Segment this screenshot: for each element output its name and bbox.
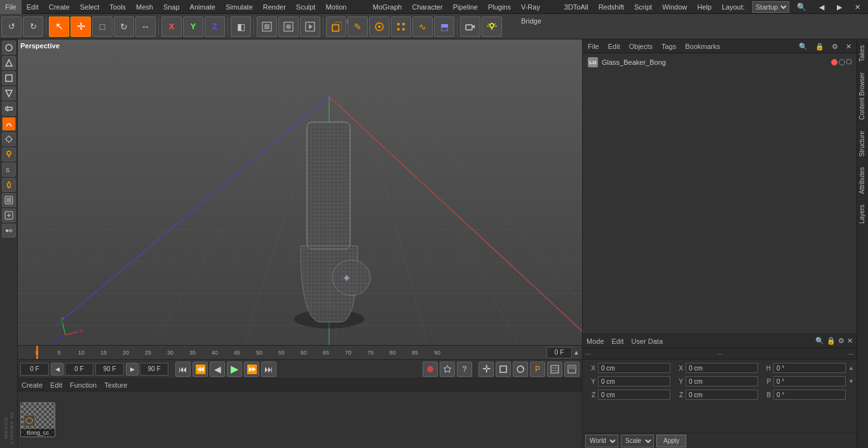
attr-b-input[interactable]: [773, 390, 846, 400]
y-axis-button[interactable]: Y: [183, 17, 203, 37]
attr-h-input[interactable]: [773, 363, 846, 373]
render-active-button[interactable]: [300, 17, 320, 37]
vtab-takes[interactable]: Takes: [857, 39, 868, 67]
scale-select[interactable]: Scale: [621, 435, 654, 447]
attr-y-size-input[interactable]: [686, 376, 758, 386]
go-to-end-btn[interactable]: ⏭: [261, 362, 276, 377]
select-button[interactable]: ↖: [49, 17, 69, 37]
attr-gear-icon[interactable]: ⚙: [838, 337, 844, 345]
frame-back-btn[interactable]: ◀: [51, 363, 64, 376]
attr-x-pos-input[interactable]: [598, 363, 670, 373]
left-btn-4[interactable]: [2, 86, 16, 100]
preview-start-input[interactable]: [65, 363, 93, 376]
deformer-button[interactable]: ⬒: [434, 17, 454, 37]
vtab-layers[interactable]: Layers: [857, 199, 868, 229]
undo-button[interactable]: ↺: [1, 17, 22, 37]
material-thumbnail[interactable]: Bong_cc: [20, 402, 55, 437]
left-btn-3[interactable]: [2, 71, 16, 85]
attr-search-icon[interactable]: 🔍: [815, 337, 824, 345]
light-button[interactable]: [482, 17, 502, 37]
timeline-btn[interactable]: [547, 362, 562, 377]
menu-render[interactable]: Render: [258, 0, 291, 14]
prev-frame-btn[interactable]: ⏪: [193, 362, 208, 377]
model-mode-button[interactable]: ◧: [231, 17, 251, 37]
world-select[interactable]: World: [585, 435, 618, 447]
record-btn[interactable]: [423, 362, 438, 377]
menu-3dtoall[interactable]: 3DToAll: [559, 0, 593, 14]
menu-vray[interactable]: V-Ray Bridge: [516, 0, 559, 14]
tab-create[interactable]: Create: [22, 379, 43, 391]
cube-button[interactable]: [326, 17, 346, 37]
scale-button[interactable]: ↔: [135, 17, 156, 37]
help-btn[interactable]: ?: [457, 362, 472, 377]
objects-bookmarks-tab[interactable]: Bookmarks: [682, 39, 722, 53]
attr-close-icon[interactable]: ✕: [847, 337, 853, 345]
go-to-start-btn[interactable]: ⏮: [175, 362, 191, 377]
tab-texture[interactable]: Texture: [104, 379, 127, 391]
rotate-key-btn[interactable]: [513, 362, 528, 377]
attr-y-pos-input[interactable]: [598, 376, 670, 386]
box-select-button[interactable]: □: [92, 17, 112, 37]
menu-plugins[interactable]: Plugins: [483, 0, 516, 14]
attr-up-arrow[interactable]: ▲: [848, 365, 854, 371]
apply-button[interactable]: Apply: [656, 435, 686, 447]
layout-select[interactable]: Startup: [752, 1, 789, 13]
menu-character[interactable]: Character: [407, 0, 447, 14]
tab-edit[interactable]: Edit: [50, 379, 62, 391]
rotate-button[interactable]: ↻: [114, 17, 134, 37]
left-btn-1[interactable]: [2, 41, 16, 55]
attr-p-input[interactable]: [773, 376, 846, 386]
frame-nav-up[interactable]: ▲: [573, 349, 580, 356]
left-btn-10[interactable]: [2, 178, 16, 192]
menu-snap[interactable]: Snap: [158, 0, 185, 14]
gear-icon[interactable]: ⚙: [829, 39, 841, 53]
left-btn-12[interactable]: [2, 208, 16, 222]
frame-fwd-btn[interactable]: ▶: [126, 363, 139, 376]
objects-tab[interactable]: Objects: [627, 39, 655, 53]
menu-sculpt[interactable]: Sculpt: [291, 0, 321, 14]
current-frame-input[interactable]: [546, 347, 572, 358]
end-frame-input[interactable]: [95, 363, 124, 376]
menu-mograph[interactable]: MoGraph: [368, 0, 407, 14]
x-axis-button[interactable]: X: [161, 17, 182, 37]
vtab-content-browser[interactable]: Content Browser: [857, 67, 868, 125]
attr-z-pos-input[interactable]: [598, 390, 670, 400]
attr-edit-tab[interactable]: Edit: [612, 337, 624, 345]
objects-file-tab[interactable]: File: [585, 39, 602, 53]
attr-down-arrow[interactable]: ▼: [848, 378, 854, 384]
left-btn-11[interactable]: [2, 193, 16, 207]
menu-simulate[interactable]: Simulate: [220, 0, 258, 14]
search-icon[interactable]: 🔍: [796, 39, 810, 53]
objects-tags-tab[interactable]: Tags: [659, 39, 679, 53]
left-btn-6[interactable]: [2, 117, 16, 131]
lock-icon[interactable]: 🔒: [813, 39, 827, 53]
render-to-pic-button[interactable]: [278, 17, 299, 37]
search-icon[interactable]: 🔍: [792, 0, 811, 14]
z-axis-button[interactable]: Z: [205, 17, 225, 37]
render-timeline-btn[interactable]: [564, 362, 580, 377]
tab-function[interactable]: Function: [70, 379, 97, 391]
object-row-glass-beaker[interactable]: LO Glass_Beaker_Bong: [585, 56, 854, 69]
move-button[interactable]: ✛: [71, 17, 91, 37]
menu-script[interactable]: Script: [629, 0, 657, 14]
left-btn-7[interactable]: [2, 132, 16, 146]
left-btn-5[interactable]: [2, 102, 16, 116]
menu-mesh[interactable]: Mesh: [131, 0, 158, 14]
close-icon[interactable]: ✕: [843, 39, 854, 53]
menu-pipeline[interactable]: Pipeline: [448, 0, 483, 14]
next-frame-btn[interactable]: ⏩: [244, 362, 259, 377]
move-key-btn[interactable]: ✛: [478, 362, 494, 377]
left-btn-8[interactable]: [2, 147, 16, 161]
menu-redshift[interactable]: Redshift: [593, 0, 629, 14]
vtab-structure[interactable]: Structure: [857, 125, 868, 162]
menu-help[interactable]: Help: [692, 0, 717, 14]
arrow-left-icon[interactable]: ◀: [814, 0, 829, 14]
render-region-button[interactable]: [257, 17, 277, 37]
menu-edit[interactable]: Edit: [22, 0, 44, 14]
attr-user-data-tab[interactable]: User Data: [632, 337, 663, 345]
keyframe-btn[interactable]: P: [530, 362, 545, 377]
scale-key-btn[interactable]: [496, 362, 511, 377]
menu-motion-tracker[interactable]: Motion Tracker: [320, 0, 367, 14]
objects-edit-tab[interactable]: Edit: [606, 39, 623, 53]
x-icon[interactable]: ✕: [850, 0, 865, 14]
